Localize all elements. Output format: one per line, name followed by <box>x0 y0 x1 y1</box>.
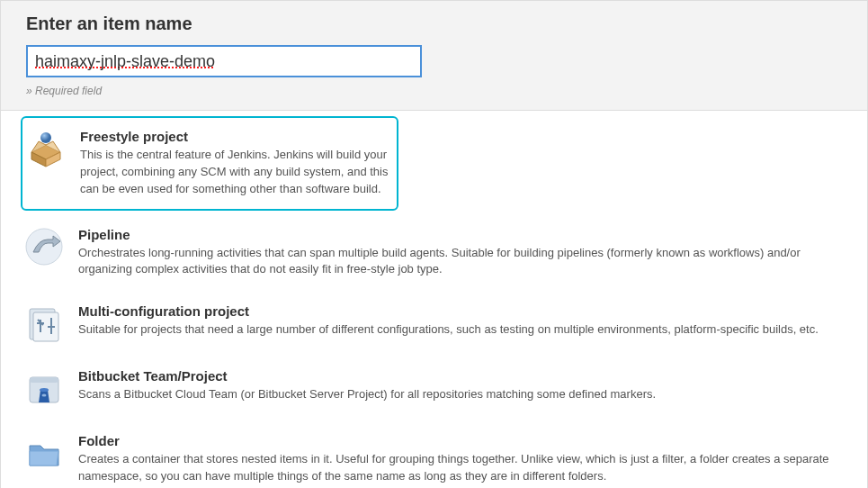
item-desc: Orchestrates long-running activities tha… <box>78 245 847 279</box>
item-title: Pipeline <box>78 227 847 242</box>
item-desc: Suitable for projects that need a large … <box>78 321 847 339</box>
multiconfig-icon <box>24 303 64 343</box>
item-desc: Creates a container that stores nested i… <box>78 451 847 485</box>
page-title: Enter an item name <box>26 14 842 34</box>
folder-icon <box>24 433 64 473</box>
svg-point-1 <box>26 229 62 265</box>
freestyle-icon <box>26 129 66 168</box>
svg-point-7 <box>42 394 47 397</box>
item-type-multiconfig[interactable]: Multi-configuration project Suitable for… <box>1 291 867 356</box>
header-section: Enter an item name » Required field <box>0 0 868 111</box>
pipeline-icon <box>24 227 64 267</box>
item-title: Folder <box>78 433 847 448</box>
item-name-input[interactable] <box>26 45 422 77</box>
item-desc: This is the central feature of Jenkins. … <box>80 147 393 198</box>
item-type-freestyle[interactable]: Freestyle project This is the central fe… <box>21 116 398 211</box>
item-desc: Scans a Bitbucket Cloud Team (or Bitbuck… <box>78 386 847 403</box>
svg-point-6 <box>40 388 49 392</box>
item-type-bitbucket[interactable]: Bitbucket Team/Project Scans a Bitbucket… <box>1 356 867 420</box>
item-name-input-wrapper <box>26 45 422 77</box>
item-title: Multi-configuration project <box>78 303 847 319</box>
item-type-folder[interactable]: Folder Creates a container that stores n… <box>1 420 867 488</box>
required-field-note: » Required field <box>26 85 842 97</box>
svg-rect-5 <box>30 377 58 383</box>
bitbucket-icon <box>24 368 64 408</box>
item-type-pipeline[interactable]: Pipeline Orchestrates long-running activ… <box>1 214 867 292</box>
item-type-list: Freestyle project This is the central fe… <box>0 111 868 488</box>
item-title: Bitbucket Team/Project <box>78 368 847 384</box>
item-title: Freestyle project <box>80 129 393 144</box>
svg-point-0 <box>40 132 51 143</box>
